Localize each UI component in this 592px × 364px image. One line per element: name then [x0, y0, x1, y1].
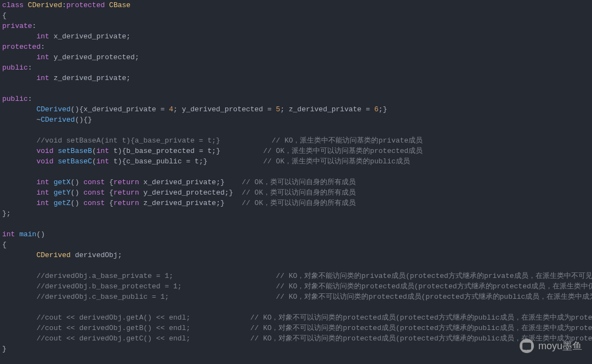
keyword-protected: protected [66, 1, 105, 9]
watermark: moyu墨鱼 [520, 339, 582, 353]
access-public: public [2, 95, 28, 103]
watermark-text: moyu墨鱼 [538, 341, 582, 351]
comment: //cout << derivedObj.getC() << endl; // … [36, 334, 592, 343]
member-var: y_derived_protected [54, 53, 135, 61]
class-name: CDerived [28, 1, 62, 9]
comment: // OK，派生类中可以访问基类的protected成员 [263, 147, 423, 155]
constructor: CDerived [36, 105, 70, 113]
comment: //derivedObj.a_base_private = 1; // KO，对… [36, 272, 592, 280]
comment: //cout << derivedObj.getB() << endl; // … [36, 324, 592, 332]
code-block: class CDerived:protected CBase { private… [0, 0, 592, 354]
member-var: z_derived_private [54, 74, 127, 82]
comment: // OK，类可以访问自身的所有成员 [242, 199, 356, 207]
local-var: derivedObj [75, 251, 118, 259]
keyword-class: class [2, 1, 24, 9]
wechat-icon [520, 339, 534, 353]
method: getZ [54, 199, 71, 207]
comment: //derivedObj.b_base_protected = 1; // KO… [36, 282, 592, 291]
access-public: public [2, 64, 28, 72]
main-func: main [19, 230, 36, 238]
method: getX [54, 178, 71, 186]
comment: // OK，类可以访问自身的所有成员 [242, 178, 356, 186]
destructor: CDerived [41, 116, 75, 124]
member-var: x_derived_private [54, 32, 127, 41]
base-class: CBase [109, 1, 130, 9]
comment: // OK，派生类中可以访问基类的public成员 [263, 157, 410, 166]
method: setBaseC [58, 157, 92, 166]
comment: //cout << derivedObj.getA() << endl; // … [36, 314, 592, 322]
access-private: private [2, 22, 32, 30]
method: getY [54, 189, 71, 197]
type-name: CDerived [36, 251, 70, 259]
comment: //void setBaseA(int t){a_base_private = … [36, 136, 423, 145]
access-protected: protected [2, 43, 41, 51]
comment: // OK，类可以访问自身的所有成员 [242, 189, 356, 197]
comment: //derivedObj.c_base_public = 1; // KO，对象… [36, 293, 592, 301]
method: setBaseB [58, 147, 92, 155]
